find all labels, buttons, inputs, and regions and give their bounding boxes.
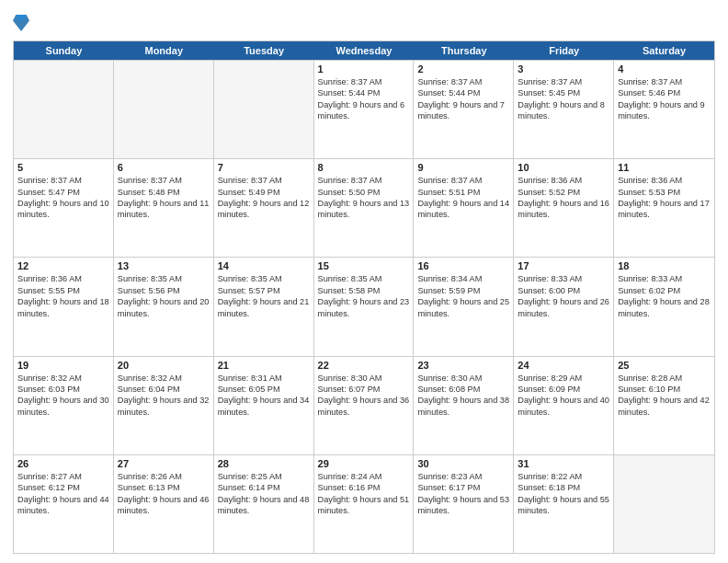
cal-cell: 3Sunrise: 8:37 AMSunset: 5:45 PMDaylight… (514, 61, 614, 158)
day-number: 14 (218, 260, 310, 271)
cal-cell: 31Sunrise: 8:22 AMSunset: 6:18 PMDayligh… (514, 455, 614, 553)
day-number: 23 (417, 360, 509, 371)
cal-cell: 19Sunrise: 8:32 AMSunset: 6:03 PMDayligh… (14, 357, 114, 454)
day-number: 20 (118, 360, 210, 371)
week-row-4: 19Sunrise: 8:32 AMSunset: 6:03 PMDayligh… (14, 356, 714, 454)
sunrise-text: Sunrise: 8:27 AM (17, 471, 109, 482)
cal-cell (614, 455, 714, 553)
sunset-text: Sunset: 6:13 PM (118, 482, 210, 493)
sunrise-text: Sunrise: 8:23 AM (417, 471, 509, 482)
daylight-text: Daylight: 9 hours and 32 minutes. (118, 395, 210, 418)
sunset-text: Sunset: 5:48 PM (118, 187, 210, 198)
sunrise-text: Sunrise: 8:37 AM (417, 175, 509, 186)
day-number: 15 (318, 260, 410, 271)
sunset-text: Sunset: 5:47 PM (17, 187, 109, 198)
daylight-text: Daylight: 9 hours and 53 minutes. (417, 494, 509, 517)
cal-cell: 26Sunrise: 8:27 AMSunset: 6:12 PMDayligh… (14, 455, 114, 553)
sunrise-text: Sunrise: 8:28 AM (618, 373, 711, 384)
cal-cell: 8Sunrise: 8:37 AMSunset: 5:50 PMDaylight… (314, 159, 415, 257)
sunrise-text: Sunrise: 8:37 AM (118, 175, 210, 186)
calendar-header: SundayMondayTuesdayWednesdayThursdayFrid… (14, 41, 714, 60)
cal-cell: 5Sunrise: 8:37 AMSunset: 5:47 PMDaylight… (14, 159, 114, 257)
cal-cell: 9Sunrise: 8:37 AMSunset: 5:51 PMDaylight… (414, 159, 514, 257)
daylight-text: Daylight: 9 hours and 48 minutes. (218, 494, 310, 517)
daylight-text: Daylight: 9 hours and 14 minutes. (417, 198, 509, 221)
week-row-5: 26Sunrise: 8:27 AMSunset: 6:12 PMDayligh… (14, 454, 714, 553)
day-number: 13 (118, 260, 210, 271)
cal-cell (214, 61, 314, 158)
daylight-text: Daylight: 9 hours and 23 minutes. (318, 296, 410, 319)
sunrise-text: Sunrise: 8:36 AM (518, 175, 609, 186)
sunset-text: Sunset: 5:46 PM (618, 87, 711, 98)
day-number: 25 (618, 360, 711, 371)
daylight-text: Daylight: 9 hours and 18 minutes. (17, 296, 109, 319)
day-number: 22 (318, 360, 410, 371)
day-number: 1 (318, 63, 410, 75)
day-number: 19 (17, 360, 109, 371)
sunset-text: Sunset: 6:04 PM (118, 384, 210, 395)
day-number: 16 (417, 260, 509, 271)
sunset-text: Sunset: 5:50 PM (318, 187, 410, 198)
sunset-text: Sunset: 6:05 PM (218, 384, 310, 395)
daylight-text: Daylight: 9 hours and 21 minutes. (218, 296, 310, 319)
cal-cell: 10Sunrise: 8:36 AMSunset: 5:52 PMDayligh… (514, 159, 614, 257)
header-day-thursday: Thursday (414, 41, 514, 60)
cal-cell: 29Sunrise: 8:24 AMSunset: 6:16 PMDayligh… (314, 455, 415, 553)
daylight-text: Daylight: 9 hours and 7 minutes. (417, 99, 509, 122)
day-number: 18 (618, 260, 711, 271)
header-day-saturday: Saturday (614, 41, 714, 60)
day-number: 29 (318, 458, 410, 469)
logo-icon (13, 13, 29, 33)
sunrise-text: Sunrise: 8:37 AM (618, 76, 711, 87)
sunset-text: Sunset: 5:51 PM (417, 187, 509, 198)
calendar: SundayMondayTuesdayWednesdayThursdayFrid… (13, 40, 715, 554)
cal-cell: 11Sunrise: 8:36 AMSunset: 5:53 PMDayligh… (614, 159, 714, 257)
sunset-text: Sunset: 5:57 PM (218, 285, 310, 296)
day-number: 5 (17, 162, 109, 173)
sunrise-text: Sunrise: 8:37 AM (17, 175, 109, 186)
sunset-text: Sunset: 6:08 PM (417, 384, 509, 395)
sunset-text: Sunset: 5:44 PM (417, 87, 509, 98)
header-day-friday: Friday (514, 41, 614, 60)
sunset-text: Sunset: 5:52 PM (518, 187, 609, 198)
sunrise-text: Sunrise: 8:33 AM (518, 273, 609, 284)
daylight-text: Daylight: 9 hours and 6 minutes. (318, 99, 410, 122)
sunrise-text: Sunrise: 8:37 AM (417, 76, 509, 87)
sunrise-text: Sunrise: 8:37 AM (318, 76, 410, 87)
sunset-text: Sunset: 5:58 PM (318, 285, 410, 296)
daylight-text: Daylight: 9 hours and 40 minutes. (518, 395, 609, 418)
sunrise-text: Sunrise: 8:37 AM (218, 175, 310, 186)
sunset-text: Sunset: 6:00 PM (518, 285, 609, 296)
sunrise-text: Sunrise: 8:30 AM (318, 373, 410, 384)
cal-cell: 25Sunrise: 8:28 AMSunset: 6:10 PMDayligh… (614, 357, 714, 454)
cal-cell: 30Sunrise: 8:23 AMSunset: 6:17 PMDayligh… (414, 455, 514, 553)
header-day-tuesday: Tuesday (214, 41, 314, 60)
header (13, 9, 715, 33)
cal-cell: 20Sunrise: 8:32 AMSunset: 6:04 PMDayligh… (114, 357, 214, 454)
daylight-text: Daylight: 9 hours and 55 minutes. (518, 494, 609, 517)
sunset-text: Sunset: 5:53 PM (618, 187, 711, 198)
week-row-2: 5Sunrise: 8:37 AMSunset: 5:47 PMDaylight… (14, 158, 714, 257)
sunrise-text: Sunrise: 8:30 AM (417, 373, 509, 384)
sunrise-text: Sunrise: 8:37 AM (518, 76, 609, 87)
sunset-text: Sunset: 6:09 PM (518, 384, 609, 395)
daylight-text: Daylight: 9 hours and 10 minutes. (17, 198, 109, 221)
day-number: 30 (417, 458, 509, 469)
sunset-text: Sunset: 6:14 PM (218, 482, 310, 493)
day-number: 6 (118, 162, 210, 173)
day-number: 8 (318, 162, 410, 173)
day-number: 28 (218, 458, 310, 469)
logo (13, 13, 31, 33)
sunrise-text: Sunrise: 8:32 AM (118, 373, 210, 384)
daylight-text: Daylight: 9 hours and 20 minutes. (118, 296, 210, 319)
day-number: 24 (518, 360, 609, 371)
sunrise-text: Sunrise: 8:31 AM (218, 373, 310, 384)
sunrise-text: Sunrise: 8:36 AM (618, 175, 711, 186)
cal-cell: 22Sunrise: 8:30 AMSunset: 6:07 PMDayligh… (314, 357, 415, 454)
day-number: 31 (518, 458, 609, 469)
daylight-text: Daylight: 9 hours and 34 minutes. (218, 395, 310, 418)
daylight-text: Daylight: 9 hours and 51 minutes. (318, 494, 410, 517)
header-day-sunday: Sunday (14, 41, 114, 60)
day-number: 2 (417, 63, 509, 75)
daylight-text: Daylight: 9 hours and 36 minutes. (318, 395, 410, 418)
